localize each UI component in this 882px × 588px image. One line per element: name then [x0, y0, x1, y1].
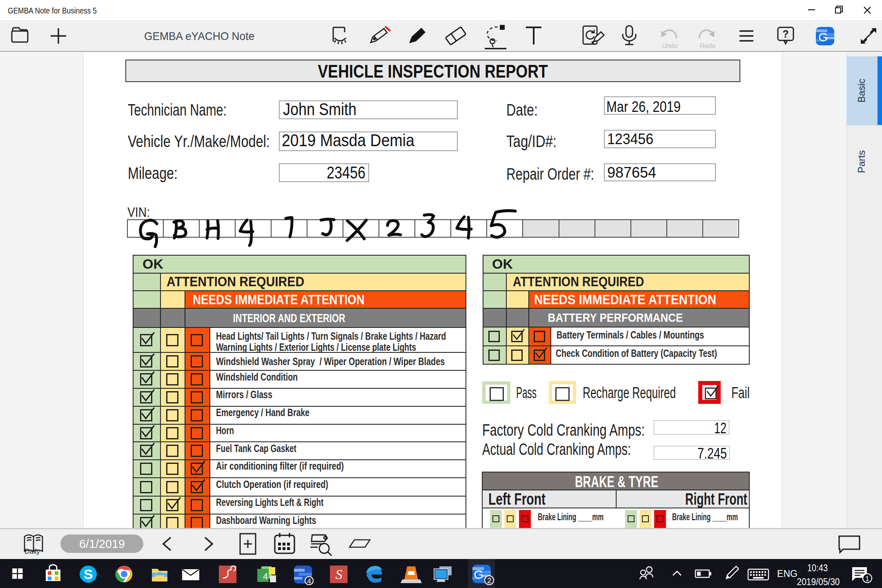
- svg-text:4: 4: [307, 577, 311, 585]
- svg-text:G: G: [474, 568, 483, 581]
- svg-text:S: S: [84, 566, 93, 582]
- svg-text:?: ?: [782, 28, 788, 40]
- svg-text:2: 2: [487, 577, 491, 585]
- svg-text:4: 4: [263, 571, 268, 581]
- svg-text:S: S: [336, 567, 343, 582]
